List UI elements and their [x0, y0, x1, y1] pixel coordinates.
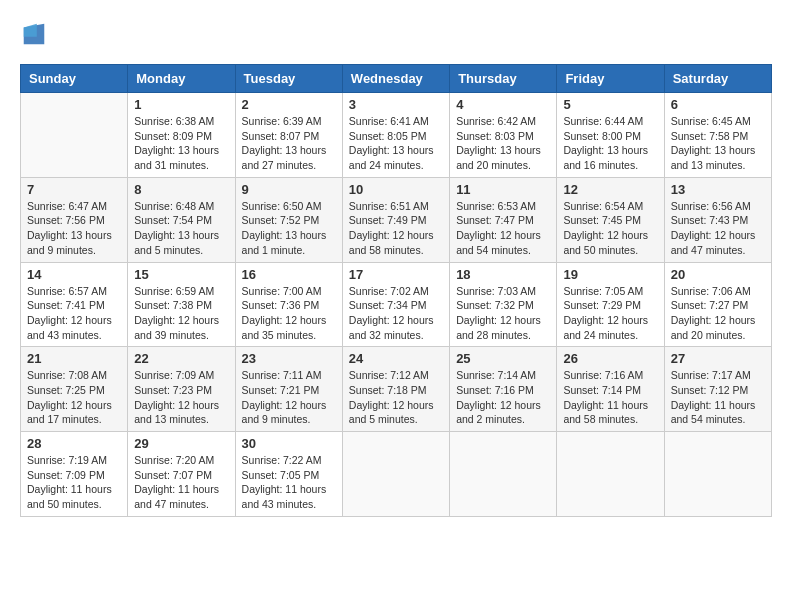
day-info: Sunrise: 7:19 AM Sunset: 7:09 PM Dayligh…: [27, 453, 121, 512]
day-of-week-header: Friday: [557, 65, 664, 93]
calendar-week-row: 21Sunrise: 7:08 AM Sunset: 7:25 PM Dayli…: [21, 347, 772, 432]
day-number: 17: [349, 267, 443, 282]
day-info: Sunrise: 6:38 AM Sunset: 8:09 PM Dayligh…: [134, 114, 228, 173]
day-info: Sunrise: 7:03 AM Sunset: 7:32 PM Dayligh…: [456, 284, 550, 343]
day-of-week-header: Thursday: [450, 65, 557, 93]
day-number: 7: [27, 182, 121, 197]
calendar-cell: 8Sunrise: 6:48 AM Sunset: 7:54 PM Daylig…: [128, 177, 235, 262]
day-info: Sunrise: 6:57 AM Sunset: 7:41 PM Dayligh…: [27, 284, 121, 343]
calendar-cell: 26Sunrise: 7:16 AM Sunset: 7:14 PM Dayli…: [557, 347, 664, 432]
day-number: 11: [456, 182, 550, 197]
day-info: Sunrise: 7:09 AM Sunset: 7:23 PM Dayligh…: [134, 368, 228, 427]
day-of-week-header: Sunday: [21, 65, 128, 93]
day-number: 9: [242, 182, 336, 197]
day-number: 6: [671, 97, 765, 112]
calendar-week-row: 7Sunrise: 6:47 AM Sunset: 7:56 PM Daylig…: [21, 177, 772, 262]
calendar-cell: 6Sunrise: 6:45 AM Sunset: 7:58 PM Daylig…: [664, 93, 771, 178]
day-number: 27: [671, 351, 765, 366]
day-number: 2: [242, 97, 336, 112]
day-info: Sunrise: 7:05 AM Sunset: 7:29 PM Dayligh…: [563, 284, 657, 343]
calendar-cell: 14Sunrise: 6:57 AM Sunset: 7:41 PM Dayli…: [21, 262, 128, 347]
day-number: 24: [349, 351, 443, 366]
day-info: Sunrise: 6:50 AM Sunset: 7:52 PM Dayligh…: [242, 199, 336, 258]
calendar-cell: 23Sunrise: 7:11 AM Sunset: 7:21 PM Dayli…: [235, 347, 342, 432]
day-info: Sunrise: 7:17 AM Sunset: 7:12 PM Dayligh…: [671, 368, 765, 427]
day-number: 14: [27, 267, 121, 282]
days-of-week-row: SundayMondayTuesdayWednesdayThursdayFrid…: [21, 65, 772, 93]
day-info: Sunrise: 7:06 AM Sunset: 7:27 PM Dayligh…: [671, 284, 765, 343]
calendar-body: 1Sunrise: 6:38 AM Sunset: 8:09 PM Daylig…: [21, 93, 772, 517]
calendar-header: SundayMondayTuesdayWednesdayThursdayFrid…: [21, 65, 772, 93]
page-header: [20, 20, 772, 48]
calendar-week-row: 1Sunrise: 6:38 AM Sunset: 8:09 PM Daylig…: [21, 93, 772, 178]
day-number: 25: [456, 351, 550, 366]
calendar-cell: 22Sunrise: 7:09 AM Sunset: 7:23 PM Dayli…: [128, 347, 235, 432]
calendar-cell: 21Sunrise: 7:08 AM Sunset: 7:25 PM Dayli…: [21, 347, 128, 432]
day-number: 13: [671, 182, 765, 197]
calendar-cell: 19Sunrise: 7:05 AM Sunset: 7:29 PM Dayli…: [557, 262, 664, 347]
calendar-cell: 11Sunrise: 6:53 AM Sunset: 7:47 PM Dayli…: [450, 177, 557, 262]
day-info: Sunrise: 7:22 AM Sunset: 7:05 PM Dayligh…: [242, 453, 336, 512]
day-info: Sunrise: 6:41 AM Sunset: 8:05 PM Dayligh…: [349, 114, 443, 173]
day-info: Sunrise: 7:11 AM Sunset: 7:21 PM Dayligh…: [242, 368, 336, 427]
calendar-cell: 9Sunrise: 6:50 AM Sunset: 7:52 PM Daylig…: [235, 177, 342, 262]
day-number: 8: [134, 182, 228, 197]
calendar-cell: 1Sunrise: 6:38 AM Sunset: 8:09 PM Daylig…: [128, 93, 235, 178]
day-info: Sunrise: 6:53 AM Sunset: 7:47 PM Dayligh…: [456, 199, 550, 258]
day-number: 19: [563, 267, 657, 282]
day-info: Sunrise: 6:44 AM Sunset: 8:00 PM Dayligh…: [563, 114, 657, 173]
calendar-cell: [450, 432, 557, 517]
day-number: 20: [671, 267, 765, 282]
calendar-cell: [664, 432, 771, 517]
day-info: Sunrise: 6:45 AM Sunset: 7:58 PM Dayligh…: [671, 114, 765, 173]
calendar-cell: [342, 432, 449, 517]
calendar-cell: 12Sunrise: 6:54 AM Sunset: 7:45 PM Dayli…: [557, 177, 664, 262]
calendar-cell: 29Sunrise: 7:20 AM Sunset: 7:07 PM Dayli…: [128, 432, 235, 517]
calendar-week-row: 28Sunrise: 7:19 AM Sunset: 7:09 PM Dayli…: [21, 432, 772, 517]
calendar-cell: 2Sunrise: 6:39 AM Sunset: 8:07 PM Daylig…: [235, 93, 342, 178]
calendar-cell: 7Sunrise: 6:47 AM Sunset: 7:56 PM Daylig…: [21, 177, 128, 262]
day-number: 10: [349, 182, 443, 197]
calendar-cell: 27Sunrise: 7:17 AM Sunset: 7:12 PM Dayli…: [664, 347, 771, 432]
calendar-table: SundayMondayTuesdayWednesdayThursdayFrid…: [20, 64, 772, 517]
day-of-week-header: Wednesday: [342, 65, 449, 93]
calendar-cell: 25Sunrise: 7:14 AM Sunset: 7:16 PM Dayli…: [450, 347, 557, 432]
day-number: 1: [134, 97, 228, 112]
day-info: Sunrise: 7:20 AM Sunset: 7:07 PM Dayligh…: [134, 453, 228, 512]
day-of-week-header: Tuesday: [235, 65, 342, 93]
day-number: 18: [456, 267, 550, 282]
day-number: 15: [134, 267, 228, 282]
calendar-cell: 5Sunrise: 6:44 AM Sunset: 8:00 PM Daylig…: [557, 93, 664, 178]
calendar-cell: 3Sunrise: 6:41 AM Sunset: 8:05 PM Daylig…: [342, 93, 449, 178]
day-of-week-header: Saturday: [664, 65, 771, 93]
calendar-cell: 4Sunrise: 6:42 AM Sunset: 8:03 PM Daylig…: [450, 93, 557, 178]
day-info: Sunrise: 6:56 AM Sunset: 7:43 PM Dayligh…: [671, 199, 765, 258]
day-number: 4: [456, 97, 550, 112]
calendar-cell: 18Sunrise: 7:03 AM Sunset: 7:32 PM Dayli…: [450, 262, 557, 347]
day-number: 29: [134, 436, 228, 451]
day-number: 16: [242, 267, 336, 282]
day-info: Sunrise: 7:16 AM Sunset: 7:14 PM Dayligh…: [563, 368, 657, 427]
logo-icon: [20, 20, 48, 48]
day-number: 12: [563, 182, 657, 197]
calendar-week-row: 14Sunrise: 6:57 AM Sunset: 7:41 PM Dayli…: [21, 262, 772, 347]
day-number: 30: [242, 436, 336, 451]
calendar-cell: 17Sunrise: 7:02 AM Sunset: 7:34 PM Dayli…: [342, 262, 449, 347]
calendar-cell: 24Sunrise: 7:12 AM Sunset: 7:18 PM Dayli…: [342, 347, 449, 432]
day-number: 28: [27, 436, 121, 451]
calendar-cell: [21, 93, 128, 178]
calendar-cell: [557, 432, 664, 517]
day-info: Sunrise: 6:51 AM Sunset: 7:49 PM Dayligh…: [349, 199, 443, 258]
day-info: Sunrise: 6:59 AM Sunset: 7:38 PM Dayligh…: [134, 284, 228, 343]
day-number: 21: [27, 351, 121, 366]
day-info: Sunrise: 7:12 AM Sunset: 7:18 PM Dayligh…: [349, 368, 443, 427]
calendar-cell: 16Sunrise: 7:00 AM Sunset: 7:36 PM Dayli…: [235, 262, 342, 347]
day-info: Sunrise: 7:14 AM Sunset: 7:16 PM Dayligh…: [456, 368, 550, 427]
day-info: Sunrise: 7:00 AM Sunset: 7:36 PM Dayligh…: [242, 284, 336, 343]
calendar-cell: 30Sunrise: 7:22 AM Sunset: 7:05 PM Dayli…: [235, 432, 342, 517]
calendar-cell: 20Sunrise: 7:06 AM Sunset: 7:27 PM Dayli…: [664, 262, 771, 347]
calendar-cell: 15Sunrise: 6:59 AM Sunset: 7:38 PM Dayli…: [128, 262, 235, 347]
calendar-cell: 13Sunrise: 6:56 AM Sunset: 7:43 PM Dayli…: [664, 177, 771, 262]
day-of-week-header: Monday: [128, 65, 235, 93]
calendar-cell: 28Sunrise: 7:19 AM Sunset: 7:09 PM Dayli…: [21, 432, 128, 517]
